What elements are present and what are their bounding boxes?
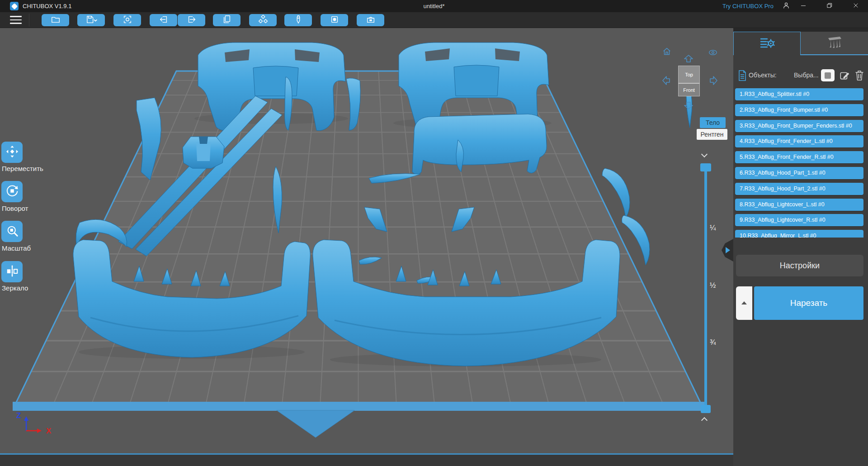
home-icon[interactable] (662, 47, 672, 57)
right-panel: Объекты: Выбра... 1.R33_Abflug_Splitter.… (733, 28, 868, 466)
slider-quarter-label: ¼ (710, 224, 716, 232)
list-item-file[interactable]: 3.R33_Abflug_Front_Bumper_Fenders.stl #0 (735, 120, 863, 132)
auto-layout-icon (258, 14, 268, 26)
eye-icon[interactable] (708, 48, 718, 57)
restore-icon (826, 2, 833, 11)
try-pro-link[interactable]: Try CHITUBOX Pro (722, 3, 774, 10)
list-item-file[interactable]: 1.R33_Abflug_Splitter.stl #0 (735, 88, 863, 100)
save-icon (85, 14, 97, 26)
redo-icon (187, 14, 197, 26)
build-scene: Z X (0, 28, 733, 454)
drill-hole-icon (293, 14, 303, 26)
slider-step-up-button[interactable] (701, 151, 708, 157)
minimize-button[interactable] (796, 0, 811, 12)
screenshot-icon (123, 14, 132, 26)
render-mode-xray-button[interactable]: Рентген (697, 129, 727, 140)
objects-header-row: Объекты: Выбра... (733, 68, 868, 84)
arrow-up-icon[interactable] (683, 54, 694, 63)
mirror-tool-button[interactable] (1, 261, 23, 282)
clone-button[interactable] (213, 14, 241, 26)
select-label: Выбра... (794, 71, 819, 79)
slice-collapse-button[interactable] (736, 286, 752, 320)
document-icon (738, 70, 747, 83)
settings-button[interactable]: Настройки (736, 255, 863, 276)
restore-button[interactable] (822, 0, 837, 12)
clone-icon (222, 14, 232, 26)
toolbar-divider (29, 14, 29, 27)
scale-tool-label: Масштаб (2, 244, 31, 252)
account-button[interactable] (778, 0, 794, 12)
axis-x-label: X (46, 427, 52, 435)
list-item-file[interactable]: 6.R33_Abflug_Hood_Part_1.stl #0 (735, 167, 863, 179)
undo-button[interactable] (150, 14, 177, 26)
move-tool-button[interactable] (1, 142, 23, 163)
delete-icon[interactable] (854, 69, 865, 84)
user-icon (782, 1, 790, 11)
view-cube-front-face[interactable]: Front (678, 83, 700, 96)
move-tool-label: Переместить (2, 165, 43, 172)
screenshot-button[interactable] (113, 14, 141, 26)
redo-button[interactable] (178, 14, 205, 26)
save-button[interactable] (77, 14, 105, 26)
dig-hole-icon (366, 14, 376, 26)
open-file-button[interactable] (42, 14, 69, 26)
window-titlebar: CHITUBOX V1.9.1 untitled* Try CHITUBOX P… (0, 0, 868, 12)
slider-half-label: ½ (710, 281, 716, 290)
menu-button[interactable] (10, 16, 22, 24)
list-item-file[interactable]: 8.R33_Abflug_Lightcover_L.stl #0 (735, 199, 863, 211)
hollow-icon (330, 14, 340, 26)
slider-threequarter-label: ¾ (710, 338, 716, 347)
main-toolbar (0, 12, 868, 28)
move-icon (5, 145, 19, 160)
rotate-tool-button[interactable] (1, 181, 23, 202)
view-cube-top-face[interactable]: Top (678, 66, 700, 83)
scale-tool-button[interactable] (1, 221, 23, 242)
rotate-tool-label: Поворот (2, 204, 28, 212)
axis-indicator: Z X (16, 411, 52, 435)
list-item-file[interactable]: 5.R33_Abflug_Front_Fender_R.stl #0 (735, 151, 863, 163)
slider-step-down-button[interactable] (701, 415, 708, 422)
minimize-icon (800, 2, 807, 11)
mirror-tool-label: Зеркало (2, 284, 28, 292)
scale-icon (5, 224, 19, 239)
layer-slider-lower-handle[interactable] (701, 405, 711, 413)
auto-layout-button[interactable] (249, 14, 277, 26)
list-item-file[interactable]: 9.R33_Abflug_Lightcover_R.stl #0 (735, 214, 863, 226)
object-file-list: 1.R33_Abflug_Splitter.stl #0 2.R33_Abflu… (735, 88, 864, 238)
viewport-3d[interactable]: Z X (0, 28, 733, 454)
supports-icon (826, 34, 844, 52)
arrow-right-icon[interactable] (709, 75, 718, 86)
list-gear-icon (758, 36, 776, 52)
list-item-file[interactable]: 7.R33_Abflug_Hood_Part_2.stl #0 (735, 183, 863, 195)
arrow-left-icon[interactable] (662, 75, 671, 86)
slice-button[interactable]: Нарезать (754, 286, 863, 320)
close-button[interactable] (848, 0, 863, 12)
rename-icon[interactable] (839, 70, 850, 83)
layer-slider-track[interactable] (704, 171, 707, 406)
list-item-file[interactable]: 10.R33_Abflug_Mirror_L.stl #0 (735, 230, 863, 238)
bottom-bar (0, 455, 733, 466)
rotate-icon (5, 184, 19, 200)
drill-hole-button[interactable] (284, 14, 312, 26)
objects-label: Объекты: (749, 71, 777, 79)
render-mode-body-button[interactable]: Тело (700, 117, 726, 128)
plate-front-edge (13, 402, 705, 411)
list-item-file[interactable]: 2.R33_Abflug_Front_Bumper.stl #0 (735, 104, 863, 116)
plate-front-marker (277, 410, 354, 437)
view-cube[interactable]: Top Front (678, 66, 700, 97)
close-icon (852, 2, 859, 11)
tab-supports[interactable] (801, 32, 868, 55)
hollow-button[interactable] (321, 14, 348, 26)
undo-icon (159, 14, 169, 26)
open-icon (51, 14, 61, 26)
arrow-down-icon[interactable] (683, 101, 694, 110)
tab-print-settings[interactable] (733, 32, 801, 55)
axis-z-label: Z (16, 411, 21, 420)
list-item-file[interactable]: 4.R33_Abflug_Front_Fender_L.stl #0 (735, 135, 863, 147)
select-all-checkbox[interactable] (821, 69, 835, 81)
mirror-icon (5, 264, 19, 280)
layer-slider-upper-handle[interactable] (700, 163, 711, 171)
dig-hole-button[interactable] (357, 14, 384, 26)
